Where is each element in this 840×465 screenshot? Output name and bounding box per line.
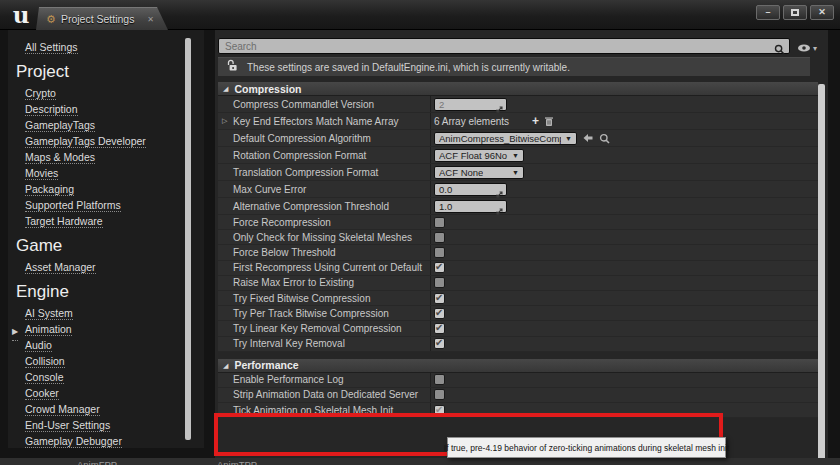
- sidebar-scrollbar[interactable]: [185, 38, 191, 440]
- commandlet-version-input[interactable]: 2: [434, 98, 507, 111]
- delete-elements-icon[interactable]: [544, 116, 554, 127]
- notice-text: These settings are saved in DefaultEngin…: [247, 62, 570, 73]
- search-input[interactable]: Search: [218, 38, 790, 54]
- setting-row-try-linear-key-removal: Try Linear Key Removal Compression ✔: [218, 321, 818, 336]
- compression-algorithm-dropdown[interactable]: AnimCompress_BitwiseCompressOnly ▼: [434, 132, 577, 145]
- section-header-compression[interactable]: ◢ Compression: [218, 82, 818, 96]
- sidebar-item-audio[interactable]: Audio: [25, 337, 204, 353]
- setting-row-try-fixed-bitwise: Try Fixed Bitwise Compression ✔: [218, 291, 818, 306]
- input-value: 1.0: [439, 201, 452, 212]
- sidebar-item-movies[interactable]: Movies: [25, 165, 204, 181]
- view-options-button[interactable]: ▾: [797, 39, 817, 57]
- use-selected-asset-icon[interactable]: [582, 133, 594, 143]
- writable-notice: These settings are saved in DefaultEngin…: [218, 57, 810, 76]
- enable-performance-log-checkbox[interactable]: ✔: [434, 374, 445, 385]
- sidebar-item-gameplaytags-developer[interactable]: GameplayTags Developer: [25, 133, 204, 149]
- setting-row-raise-max-error: Raise Max Error to Existing ✔: [218, 276, 818, 291]
- section-header-performance[interactable]: ◢ Performance: [218, 359, 818, 373]
- force-recompression-checkbox[interactable]: ✔: [434, 217, 445, 228]
- add-element-icon[interactable]: +: [532, 116, 539, 126]
- spinner-icon[interactable]: [495, 100, 504, 118]
- setting-row-default-compression-algorithm: Default Compression Algorithm AnimCompre…: [218, 130, 818, 147]
- setting-label: Translation Compression Format: [233, 167, 378, 178]
- setting-label: Try Linear Key Removal Compression: [233, 323, 402, 334]
- sidebar-item-all-settings[interactable]: All Settings: [25, 39, 204, 55]
- bottom-strip: [0, 458, 840, 465]
- try-per-track-bitwise-checkbox[interactable]: ✔: [434, 308, 445, 319]
- settings-scrollbar[interactable]: [818, 84, 825, 465]
- spinner-icon[interactable]: [495, 202, 504, 220]
- sidebar-item-maps-modes[interactable]: Maps & Modes: [25, 149, 204, 165]
- try-linear-key-removal-checkbox[interactable]: ✔: [434, 323, 445, 334]
- setting-row-alternative-compression-threshold: Alternative Compression Threshold 1.0: [218, 198, 818, 215]
- browse-asset-icon[interactable]: [599, 133, 610, 144]
- alt-compression-threshold-input[interactable]: 1.0: [434, 200, 507, 213]
- tab-project-settings[interactable]: ⚙ Project Settings ✕: [36, 7, 168, 30]
- input-value: 2: [439, 99, 444, 110]
- dropdown-value: ACF None: [439, 167, 483, 178]
- check-icon: ✔: [435, 307, 443, 318]
- eye-icon: [797, 39, 811, 57]
- settings-sidebar: All Settings Project Crypto Description …: [8, 30, 204, 448]
- sidebar-item-asset-manager[interactable]: Asset Manager: [25, 259, 204, 275]
- close-button[interactable]: ✕: [810, 5, 834, 20]
- check-icon: ✔: [435, 322, 443, 333]
- setting-label: Default Compression Algorithm: [233, 133, 371, 144]
- expander-icon[interactable]: ▷: [222, 117, 227, 125]
- setting-label: Force Below Threshold: [233, 247, 336, 258]
- sidebar-item-animation[interactable]: ▶Animation: [25, 321, 204, 337]
- chevron-down-icon: ▾: [813, 44, 817, 53]
- setting-label: Raise Max Error to Existing: [233, 277, 354, 288]
- setting-label: Force Recompression: [233, 217, 331, 228]
- sidebar-item-collision[interactable]: Collision: [25, 353, 204, 369]
- try-fixed-bitwise-checkbox[interactable]: ✔: [434, 293, 445, 304]
- expanded-triangle-icon: ◢: [223, 85, 228, 92]
- maximize-button[interactable]: [783, 5, 807, 20]
- sidebar-heading-project: Project: [16, 62, 204, 82]
- force-below-threshold-checkbox[interactable]: ✔: [434, 247, 445, 258]
- sidebar-item-ai-system[interactable]: AI System: [25, 305, 204, 321]
- tooltip: If true, pre-4.19 behavior of zero-ticki…: [447, 437, 726, 458]
- sidebar-item-crypto[interactable]: Crypto: [25, 85, 204, 101]
- tab-close-icon[interactable]: ✕: [147, 15, 154, 24]
- section-title: Performance: [234, 359, 298, 371]
- sidebar-item-packaging[interactable]: Packaging: [25, 181, 204, 197]
- sidebar-item-description[interactable]: Description: [25, 101, 204, 117]
- setting-row-max-curve-error: Max Curve Error 0.0: [218, 181, 818, 198]
- search-placeholder: Search: [225, 41, 257, 52]
- minimize-button[interactable]: –: [756, 5, 780, 20]
- setting-row-enable-performance-log: Enable Performance Log ✔: [218, 373, 818, 388]
- section-title: Compression: [234, 83, 301, 95]
- first-recompress-checkbox[interactable]: ✔: [434, 262, 445, 273]
- try-interval-key-removal-checkbox[interactable]: ✔: [434, 338, 445, 349]
- setting-label: Try Interval Key Removal: [233, 338, 345, 349]
- sidebar-item-supported-platforms[interactable]: Supported Platforms: [25, 197, 204, 213]
- sidebar-item-gameplaytags[interactable]: GameplayTags: [25, 117, 204, 133]
- sidebar-item-console[interactable]: Console: [25, 369, 204, 385]
- setting-row-try-per-track-bitwise: Try Per Track Bitwise Compression ✔: [218, 306, 818, 321]
- raise-max-error-checkbox[interactable]: ✔: [434, 277, 445, 288]
- setting-row-rotation-compression-format: Rotation Compression Format ACF Float 96…: [218, 147, 818, 164]
- rotation-format-dropdown[interactable]: ACF Float 96No W ▼: [434, 149, 524, 162]
- setting-label: Rotation Compression Format: [233, 150, 366, 161]
- translation-format-dropdown[interactable]: ACF None ▼: [434, 166, 524, 179]
- tab-title: Project Settings: [61, 13, 135, 25]
- only-check-missing-checkbox[interactable]: ✔: [434, 232, 445, 243]
- setting-label: Enable Performance Log: [233, 374, 344, 385]
- strip-animation-data-checkbox[interactable]: ✔: [434, 389, 445, 400]
- sidebar-item-cooker[interactable]: Cooker: [25, 385, 204, 401]
- check-icon: ✔: [435, 292, 443, 303]
- setting-row-translation-compression-format: Translation Compression Format ACF None …: [218, 164, 818, 181]
- setting-label: Try Fixed Bitwise Compression: [233, 293, 370, 304]
- setting-label: Compress Commandlet Version: [233, 99, 374, 110]
- setting-label: Alternative Compression Threshold: [233, 201, 389, 212]
- max-curve-error-input[interactable]: 0.0: [434, 183, 507, 196]
- setting-row-only-check-missing: Only Check for Missing Skeletal Meshes ✔: [218, 230, 818, 245]
- sidebar-item-gameplay-debugger[interactable]: Gameplay Debugger: [25, 433, 204, 448]
- sidebar-item-target-hardware[interactable]: Target Hardware: [25, 213, 204, 229]
- bottom-label-animtpp: AnimTPP: [217, 459, 257, 465]
- sidebar-item-crowd-manager[interactable]: Crowd Manager: [25, 401, 204, 417]
- gear-icon: ⚙: [46, 14, 56, 25]
- dropdown-value: AnimCompress_BitwiseCompressOnly: [439, 133, 561, 144]
- sidebar-item-end-user-settings[interactable]: End-User Settings: [25, 417, 204, 433]
